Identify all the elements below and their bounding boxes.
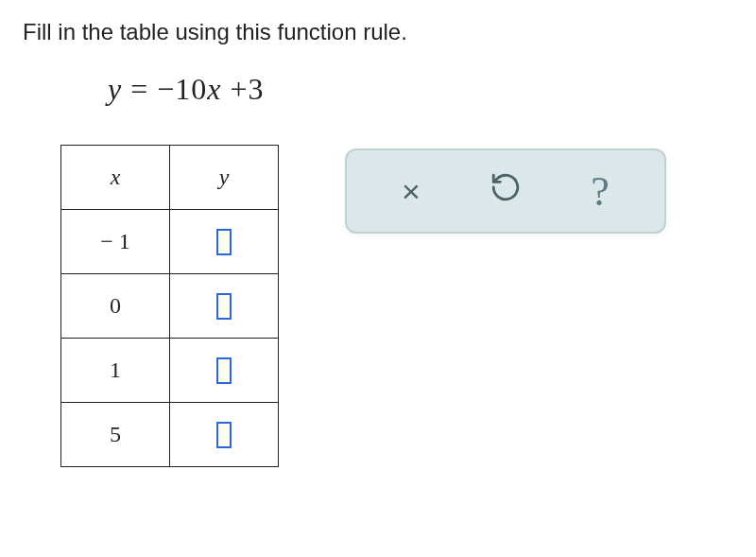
table-header-row: x y bbox=[61, 146, 279, 210]
close-button[interactable]: × bbox=[388, 168, 434, 214]
cell-y[interactable] bbox=[170, 210, 279, 274]
cell-y[interactable] bbox=[170, 403, 279, 467]
cell-y[interactable] bbox=[170, 339, 279, 403]
table-row: 5 bbox=[61, 403, 279, 467]
table-row: 1 bbox=[61, 339, 279, 403]
close-icon: × bbox=[402, 173, 421, 210]
eq-lhs: y bbox=[108, 72, 122, 106]
header-x: x bbox=[61, 146, 170, 210]
undo-button[interactable] bbox=[483, 168, 528, 214]
undo-icon bbox=[490, 171, 522, 211]
eq-const: 3 bbox=[249, 72, 265, 106]
cell-x: 5 bbox=[61, 403, 170, 467]
cell-x: 1 bbox=[61, 339, 170, 403]
table-row: − 1 bbox=[61, 210, 279, 274]
header-y: y bbox=[170, 146, 279, 210]
cell-x: 0 bbox=[61, 274, 170, 339]
table-row: 0 bbox=[61, 274, 279, 339]
function-rule: y = −10x +3 bbox=[108, 72, 733, 107]
blank-input[interactable] bbox=[216, 422, 232, 448]
cell-x: − 1 bbox=[61, 210, 170, 274]
eq-plus: + bbox=[231, 72, 249, 106]
eq-neg: − bbox=[157, 72, 175, 106]
instruction-text: Fill in the table using this function ru… bbox=[23, 19, 733, 45]
eq-coef: 10 bbox=[175, 72, 207, 106]
cell-y[interactable] bbox=[170, 274, 279, 339]
blank-input[interactable] bbox=[216, 357, 232, 384]
eq-var: x bbox=[207, 72, 221, 106]
tool-panel: × ? bbox=[345, 148, 666, 234]
function-table: x y − 1 0 1 5 bbox=[60, 145, 279, 467]
help-icon: ? bbox=[591, 167, 610, 216]
help-button[interactable]: ? bbox=[577, 168, 623, 214]
blank-input[interactable] bbox=[216, 229, 232, 255]
blank-input[interactable] bbox=[216, 293, 232, 320]
eq-equals: = bbox=[130, 72, 148, 106]
